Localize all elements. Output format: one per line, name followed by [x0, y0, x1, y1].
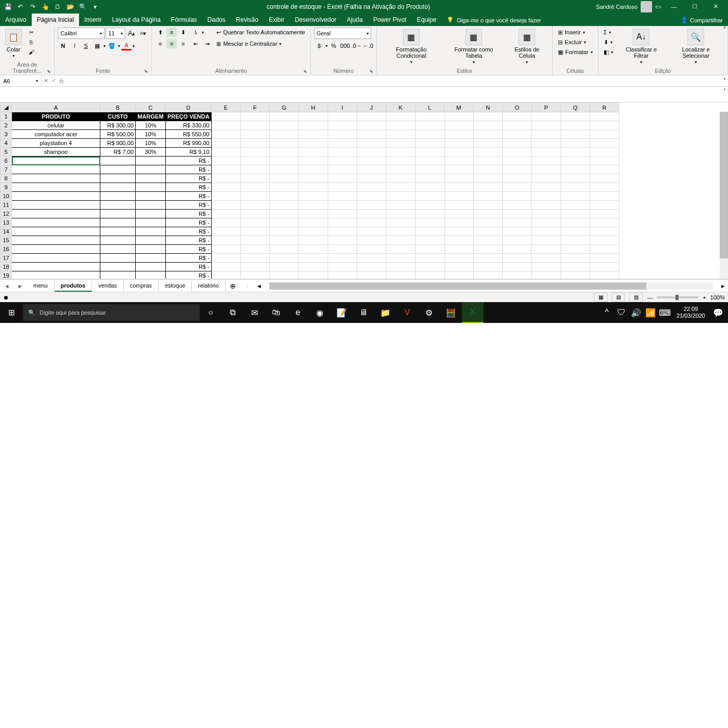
- cell-E9[interactable]: [211, 183, 240, 192]
- percent-button[interactable]: %: [329, 41, 339, 50]
- cell-M6[interactable]: [444, 157, 473, 165]
- italic-button[interactable]: I: [69, 41, 80, 50]
- undo-button[interactable]: ↶: [15, 1, 26, 12]
- cell-P7[interactable]: [531, 165, 561, 174]
- cell-K19[interactable]: [386, 271, 415, 280]
- cell-B15[interactable]: [100, 236, 136, 245]
- cell-J4[interactable]: [357, 139, 386, 148]
- cell-M10[interactable]: [444, 192, 473, 201]
- cell-L1[interactable]: [415, 112, 444, 121]
- cancel-formula-button[interactable]: ✕: [44, 77, 48, 84]
- cell-C9[interactable]: [136, 183, 166, 192]
- cell-I9[interactable]: [328, 183, 357, 192]
- action-center-button[interactable]: 💬: [710, 302, 726, 323]
- cell-C2[interactable]: 10%: [136, 121, 166, 130]
- cell-F13[interactable]: [240, 218, 269, 227]
- cell-G17[interactable]: [269, 254, 298, 263]
- cell-B18[interactable]: [100, 263, 136, 271]
- cell-P8[interactable]: [531, 174, 561, 183]
- cell-R15[interactable]: [590, 236, 619, 245]
- cell-K9[interactable]: [386, 183, 415, 192]
- row-header-11[interactable]: 11: [1, 201, 12, 210]
- taskbar-search[interactable]: 🔍 Digite aqui para pesquisar: [23, 304, 200, 321]
- cell-B5[interactable]: R$ 7,00: [100, 148, 136, 157]
- merge-center-button[interactable]: ⊞Mesclar e Centralizar ▾: [214, 39, 307, 48]
- underline-button[interactable]: S: [81, 41, 91, 50]
- cell-K13[interactable]: [386, 218, 415, 227]
- sheet-tab-menu[interactable]: menu: [27, 280, 55, 292]
- cell-R9[interactable]: [590, 183, 619, 192]
- cell-F12[interactable]: [240, 210, 269, 218]
- cell-H10[interactable]: [298, 192, 328, 201]
- cell-D5[interactable]: R$ 9,10: [166, 148, 212, 157]
- cell-L2[interactable]: [415, 121, 444, 130]
- tab-formulas[interactable]: Fórmulas: [166, 14, 202, 26]
- cell-O4[interactable]: [502, 139, 531, 148]
- cell-O16[interactable]: [502, 245, 531, 254]
- align-left-button[interactable]: ≡: [155, 39, 165, 48]
- calculator-app-icon[interactable]: 🧮: [440, 302, 462, 323]
- cell-Q4[interactable]: [561, 139, 590, 148]
- mail-app-icon[interactable]: ✉: [243, 302, 265, 323]
- cell-D8[interactable]: R$ -: [166, 174, 212, 183]
- cell-G18[interactable]: [269, 263, 298, 271]
- cell-K16[interactable]: [386, 245, 415, 254]
- cell-J16[interactable]: [357, 245, 386, 254]
- cell-G19[interactable]: [269, 271, 298, 280]
- cell-R1[interactable]: [590, 112, 619, 121]
- font-name-select[interactable]: Calibri▾: [58, 28, 105, 39]
- print-preview-button[interactable]: 🔍: [77, 1, 88, 12]
- cell-R13[interactable]: [590, 218, 619, 227]
- cell-O8[interactable]: [502, 174, 531, 183]
- cell-F1[interactable]: [240, 112, 269, 121]
- cell-Q2[interactable]: [561, 121, 590, 130]
- row-header-17[interactable]: 17: [1, 254, 12, 263]
- cell-G4[interactable]: [269, 139, 298, 148]
- find-select-button[interactable]: 🔍 Localizar e Selecionar▾: [668, 28, 724, 66]
- cell-A18[interactable]: [12, 263, 100, 271]
- zoom-in-button[interactable]: +: [703, 294, 706, 301]
- cell-B4[interactable]: R$ 900,00: [100, 139, 136, 148]
- increase-indent-button[interactable]: ⇥: [202, 39, 212, 48]
- name-box-dropdown-icon[interactable]: ▾: [36, 79, 38, 83]
- cell-E17[interactable]: [211, 254, 240, 263]
- row-header-8[interactable]: 8: [1, 174, 12, 183]
- cell-O2[interactable]: [502, 121, 531, 130]
- cell-R11[interactable]: [590, 201, 619, 210]
- cell-K6[interactable]: [386, 157, 415, 165]
- row-header-10[interactable]: 10: [1, 192, 12, 201]
- cell-F16[interactable]: [240, 245, 269, 254]
- cell-I15[interactable]: [328, 236, 357, 245]
- cell-O3[interactable]: [502, 130, 531, 139]
- cell-L16[interactable]: [415, 245, 444, 254]
- row-header-7[interactable]: 7: [1, 165, 12, 174]
- cell-L10[interactable]: [415, 192, 444, 201]
- cell-M8[interactable]: [444, 174, 473, 183]
- cell-C13[interactable]: [136, 218, 166, 227]
- cell-J5[interactable]: [357, 148, 386, 157]
- cell-F4[interactable]: [240, 139, 269, 148]
- clear-button[interactable]: ◧ ▾: [602, 47, 615, 57]
- edge-app-icon[interactable]: e: [287, 302, 309, 323]
- decrease-indent-button[interactable]: ⇤: [190, 39, 201, 48]
- cell-E13[interactable]: [211, 218, 240, 227]
- cell-I13[interactable]: [328, 218, 357, 227]
- cell-N12[interactable]: [473, 210, 502, 218]
- cell-R7[interactable]: [590, 165, 619, 174]
- cell-P11[interactable]: [531, 201, 561, 210]
- cell-D19[interactable]: R$ -: [166, 271, 212, 280]
- cell-R18[interactable]: [590, 263, 619, 271]
- cell-I3[interactable]: [328, 130, 357, 139]
- cell-A11[interactable]: [12, 201, 100, 210]
- cell-A1[interactable]: PRODUTO: [12, 112, 100, 121]
- cell-R12[interactable]: [590, 210, 619, 218]
- sheet-nav-next[interactable]: ►: [14, 283, 27, 289]
- cell-H5[interactable]: [298, 148, 328, 157]
- tray-wifi-icon[interactable]: 📶: [644, 302, 657, 323]
- cell-R4[interactable]: [590, 139, 619, 148]
- row-header-9[interactable]: 9: [1, 183, 12, 192]
- cell-F5[interactable]: [240, 148, 269, 157]
- cell-M13[interactable]: [444, 218, 473, 227]
- cell-A8[interactable]: [12, 174, 100, 183]
- cell-N7[interactable]: [473, 165, 502, 174]
